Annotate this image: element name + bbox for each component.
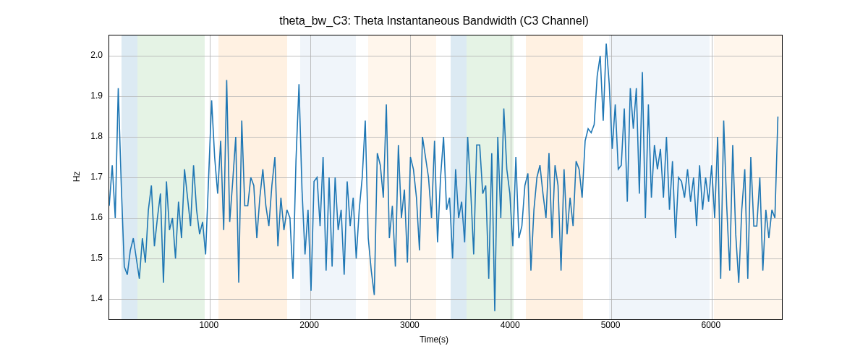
y-tick-label: 1.9 [90,90,103,101]
x-tick-label: 3000 [400,320,420,330]
y-tick-label: 1.7 [90,172,103,182]
series-polyline [109,43,778,311]
y-tick-label: 1.8 [90,131,103,141]
x-axis-label: Time(s) [0,334,868,345]
x-tick-label: 5000 [601,320,621,330]
y-tick-label: 1.4 [90,293,103,303]
plot-area [109,35,783,320]
y-axis-label: Hz [72,172,82,182]
y-tick-label: 2.0 [90,50,103,60]
x-tick-label: 6000 [701,320,720,330]
chart-title: theta_bw_C3: Theta Instantaneous Bandwid… [0,14,868,28]
y-tick-label: 1.6 [90,212,103,222]
chart-container: theta_bw_C3: Theta Instantaneous Bandwid… [0,0,868,362]
x-tick-label: 4000 [501,320,520,330]
x-tick-label: 2000 [299,320,319,330]
line-series [109,35,782,319]
y-tick-label: 1.5 [90,253,103,263]
x-tick-label: 1000 [199,320,218,330]
